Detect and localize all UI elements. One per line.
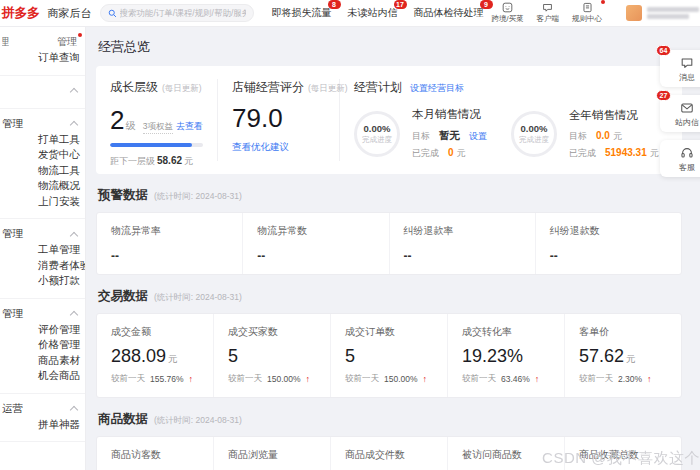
metric-cell[interactable]: 成交转化率 19.23% 较前一天 63.46% [447,314,564,397]
sidebar-item[interactable]: 拼单神器 [0,417,85,433]
growth-level-panel: 成长层级 (每日更新) 2 级 3项权益 去查看 距下一层级58.62元 [96,79,218,161]
metric-label: 客单价 [579,325,667,339]
sidebar-group-header[interactable]: 管理 [0,306,85,322]
sidebar-group-header[interactable]: 管理 [0,116,85,132]
chevron-up-icon[interactable] [70,88,78,96]
chevron-up-icon[interactable] [70,406,78,414]
metric-cell[interactable]: 物流异常数 -- [242,213,388,274]
sidebar-item[interactable]: 物流概况 [0,178,85,194]
chevron-up-icon[interactable] [70,231,78,239]
app-root: 拼多多 商家后台 即将损失流量 8 未读站内信 17 商品体检待处理 9 [0,0,700,470]
plan-set-goal-link[interactable]: 设置经营目标 [410,82,464,95]
search-icon [108,9,117,18]
sidebar-item[interactable]: 订单查询 [0,50,85,66]
float-support-button[interactable]: 客服 [660,140,700,177]
sidebar-group-header[interactable]: 管理 [0,226,85,242]
score-title: 店铺经营评分 [232,79,304,96]
topbar-nav-item[interactable]: 未读站内信 17 [348,6,398,20]
section-time-note: (统计时间: 2024-08-31) [154,292,242,304]
trend-arrow-icon [423,374,428,384]
float-inbox-button[interactable]: 27 站内信 [660,95,700,132]
metric-cell[interactable]: 纠纷退款数 -- [535,213,681,274]
sidebar-item[interactable]: 上门安装 [0,194,85,210]
section-title: 商品数据 [98,411,148,428]
growth-level-value: 2 [110,107,124,133]
growth-next-level: 距下一层级58.62元 [110,155,203,168]
metric-label: 成交订单数 [345,325,433,339]
sidebar-group: 管理 评价管理价格管理商品素材机会商品 [0,299,85,394]
year-goal-label: 目标 [569,130,587,143]
metric-cell[interactable]: 客单价 57.62元 较前一天 2.30% [564,314,681,397]
user-account[interactable] [626,5,699,21]
growth-view-link[interactable]: 去查看 [176,120,203,133]
year-done-unit: 元 [650,147,659,160]
metric-cell[interactable]: 成交订单数 5 较前一天 150.00% [330,314,447,397]
month-goal-set-link[interactable]: 设置 [469,130,487,143]
metric-cell[interactable]: 物流异常率 -- [97,213,242,274]
data-sections: 预警数据 (统计时间: 2024-08-31) 物流异常率 -- [96,187,682,470]
sidebar-item[interactable]: 商品素材 [0,353,85,369]
metric-card: 成交金额 288.09元 较前一天 155.76% 成交买家数 [96,313,682,398]
sidebar-items: 订单查询 [0,50,85,66]
sidebar-item[interactable]: 打单工具 [0,132,85,148]
sidebar-item[interactable]: 小额打款 [0,273,85,289]
sidebar-group-header[interactable] [0,83,85,99]
sidebar-item[interactable]: 工单管理 [0,242,85,258]
sidebar-group-title: 运营 [2,402,23,416]
sidebar-items: 打单工具发货中心物流工具物流概况上门安装 [0,132,85,210]
compare-label: 较前一天 [345,373,379,385]
score-optimize-link[interactable]: 查看优化建议 [232,141,289,154]
year-progress-ring: 0.00% 完成进度 [511,111,557,157]
sidebar-group-header[interactable]: 运营 [0,401,85,417]
metric-label: 纠纷退款率 [404,224,521,238]
growth-next-unit: 元 [184,156,193,166]
metric-cell[interactable]: 成交买家数 5 较前一天 150.00% [213,314,330,397]
notification-badge: 8 [328,0,341,9]
growth-perks[interactable]: 3项权益 [143,121,173,134]
sidebar-item[interactable]: 价格管理 [0,337,85,353]
sidebar-item[interactable]: 物流工具 [0,163,85,179]
metric-cell[interactable]: 成交金额 288.09元 较前一天 155.76% [97,314,213,397]
sidebar-rail-fragment: 理 [2,35,9,49]
metric-label: 商品成交件数 [345,448,433,462]
search-input[interactable] [120,8,246,18]
topbar-nav-item[interactable]: 即将损失流量 8 [272,6,332,20]
sidebar-item[interactable]: 消费者体验 [0,258,85,274]
metric-cell[interactable]: 商品成交件数 6 较前一天 200.00% [330,437,447,470]
year-sales-title: 全年销售情况 [569,108,659,123]
topbar: 拼多多 商家后台 即将损失流量 8 未读站内信 17 商品体检待处理 9 [0,0,700,27]
float-messages-button[interactable]: 64 消息 [660,50,700,87]
sidebar-group-title: 管理 [2,117,23,131]
trend-arrow-icon [647,374,652,384]
search-box[interactable] [100,4,254,22]
sidebar-item[interactable]: 机会商品 [0,368,85,384]
headset-icon [680,146,694,160]
year-done-label: 已完成 [569,147,596,160]
chevron-up-icon[interactable] [70,311,78,319]
section-title: 交易数据 [98,288,148,305]
main-content: 经营总览 成长层级 (每日更新) 2 级 3项权益 去查看 [86,27,700,470]
trend-arrow-icon [306,374,311,384]
quick-link-client[interactable]: 客户端 [537,2,560,24]
sidebar-item[interactable]: 发货中心 [0,147,85,163]
compare-label: 较前一天 [579,373,613,385]
compare-change: 63.46% [501,374,530,384]
metric-cell[interactable]: 纠纷退款率 -- [389,213,535,274]
data-section: 预警数据 (统计时间: 2024-08-31) 物流异常率 -- [96,187,682,275]
chevron-up-icon[interactable] [70,121,78,129]
pinduoduo-logo[interactable]: 拼多多 [2,4,40,22]
year-done-value: 51943.31 [605,147,647,158]
metric-cell[interactable]: 商品访客数 26 较前一天 52.94% [97,437,213,470]
messages-badge: 64 [656,45,671,56]
sidebar-group-header[interactable]: 理 管理 [0,34,85,50]
metric-cell[interactable]: 商品浏览量 35 较前一天 5.41% [213,437,330,470]
sidebar-manage-label: 管理 [57,35,77,49]
metric-label: 成交金额 [111,325,199,339]
metric-value: 19.23% [462,346,523,366]
sidebar-item[interactable]: 评价管理 [0,322,85,338]
grid-box-icon [502,2,513,13]
quick-link-crossborder[interactable]: 跨境/买菜 [492,2,524,24]
sidebar-manage-link[interactable]: 管理 [57,35,77,49]
topbar-nav-item[interactable]: 商品体检待处理 9 [414,6,484,20]
quick-link-rules[interactable]: 规则中心 [572,2,602,24]
